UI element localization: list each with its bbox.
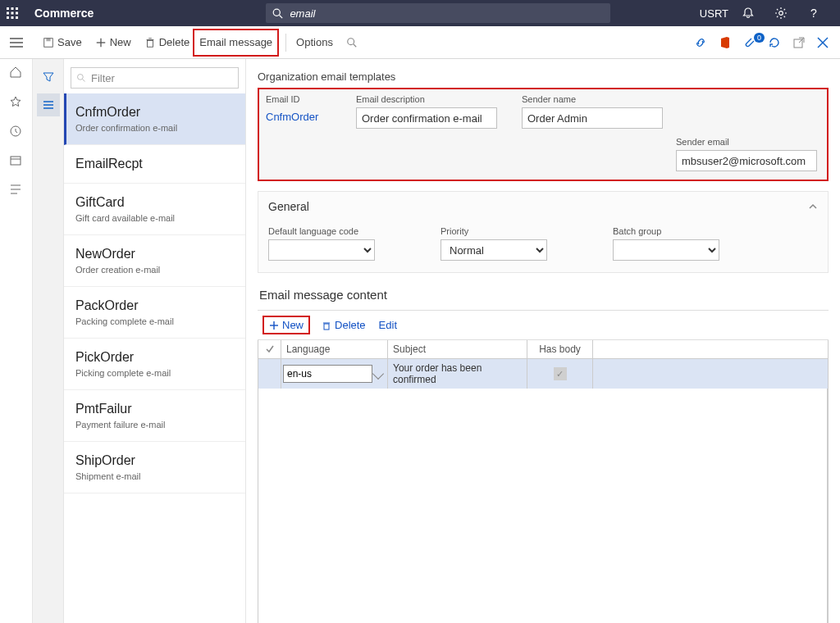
svg-point-37 [78, 75, 84, 80]
user-code[interactable]: USRT [700, 7, 728, 20]
left-nav-rail [0, 59, 33, 623]
gear-icon[interactable] [774, 7, 794, 20]
grid-row[interactable]: Your order has been confirmed ✓ [258, 359, 828, 389]
sender-name-input[interactable] [522, 107, 663, 129]
brand-title: Commerce [34, 7, 94, 20]
svg-rect-5 [16, 12, 18, 15]
link-icon[interactable] [694, 36, 710, 49]
recent-icon[interactable] [9, 125, 24, 139]
field-default-language: Default language code [268, 226, 375, 261]
field-sender-email: Sender email [676, 137, 817, 171]
filter-input[interactable]: Filter [71, 67, 239, 89]
svg-rect-41 [324, 324, 329, 330]
batch-group-select[interactable] [613, 239, 719, 261]
svg-rect-29 [11, 157, 21, 165]
svg-rect-2 [16, 7, 18, 10]
refresh-icon[interactable] [768, 36, 784, 49]
list-item[interactable]: EmailRecpt [64, 145, 245, 184]
badge-count: 0 [754, 33, 765, 43]
list-item-subtitle: Shipment e-mail [75, 471, 235, 481]
grid-edit-button[interactable]: Edit [377, 317, 399, 333]
help-icon[interactable]: ? [807, 7, 827, 20]
header-fields-highlight: Email ID CnfmOrder Email description Sen… [258, 88, 829, 181]
subject-cell[interactable]: Your order has been confirmed [388, 359, 527, 389]
attachments-icon[interactable]: 0 [743, 36, 760, 49]
find-button[interactable] [340, 26, 364, 58]
options-button[interactable]: Options [290, 26, 340, 58]
svg-rect-8 [16, 16, 18, 19]
office-icon[interactable] [719, 36, 735, 49]
search-icon [346, 37, 358, 48]
svg-point-11 [779, 11, 783, 16]
list-view-icon[interactable] [37, 93, 60, 116]
hamburger-icon[interactable] [0, 26, 33, 59]
save-button[interactable]: Save [36, 26, 89, 58]
list-item[interactable]: PmtFailurPayment failure e-mail [64, 390, 245, 442]
bell-icon[interactable] [742, 7, 761, 20]
new-button[interactable]: New [89, 26, 138, 58]
trash-icon [322, 321, 331, 330]
search-icon [272, 8, 283, 19]
email-id-link[interactable]: CnfmOrder [266, 107, 331, 126]
global-header: Commerce email USRT ? [0, 0, 840, 26]
main-content: Organization email templates Email ID Cn… [246, 59, 840, 623]
grid-body-empty [258, 389, 828, 623]
language-input[interactable] [283, 365, 372, 383]
list-item-subtitle: Order confirmation e-mail [75, 123, 235, 133]
content-grid: Language Subject Has body Your order has… [258, 340, 829, 623]
waffle-icon[interactable] [7, 7, 26, 19]
section-email-content-heading: Email message content [259, 288, 829, 302]
list-item[interactable]: PackOrderPacking complete e-mail [64, 287, 245, 339]
list-item[interactable]: CnfmOrderOrder confirmation e-mail [64, 93, 245, 145]
grid-new-button[interactable]: New [262, 316, 310, 334]
sender-email-input[interactable] [676, 150, 817, 171]
grid-delete-button[interactable]: Delete [320, 317, 368, 333]
page-title: Organization email templates [258, 70, 829, 83]
list-item-subtitle: Order creation e-mail [75, 265, 235, 275]
list-item-subtitle: Gift card available e-mail [75, 213, 235, 223]
search-icon [76, 73, 86, 83]
list-item-title: NewOrder [75, 247, 235, 261]
section-general-header[interactable]: General [258, 192, 828, 221]
funnel-icon[interactable] [37, 66, 60, 89]
email-message-button[interactable]: Email message [199, 30, 272, 55]
col-subject[interactable]: Subject [388, 340, 527, 358]
close-icon[interactable] [817, 37, 833, 48]
grid-toolbar: New Delete Edit [258, 310, 829, 340]
search-text: email [290, 7, 315, 20]
trash-icon [144, 37, 156, 48]
global-search[interactable]: email [266, 3, 610, 23]
list-item-title: EmailRecpt [75, 157, 235, 171]
popout-icon[interactable] [792, 36, 809, 49]
list-icon[interactable] [9, 184, 24, 198]
workspace-icon[interactable] [9, 154, 24, 169]
svg-point-23 [348, 38, 354, 44]
col-language[interactable]: Language [281, 340, 388, 358]
list-item[interactable]: ShipOrderShipment e-mail [64, 442, 245, 493]
svg-text:?: ? [810, 7, 817, 20]
priority-select[interactable]: Normal [441, 239, 547, 261]
action-bar: Save New Delete Email message Options 0 [0, 26, 840, 59]
list-item-title: ShipOrder [75, 453, 235, 468]
svg-point-9 [274, 9, 281, 16]
svg-rect-3 [7, 12, 9, 15]
plus-icon [269, 321, 279, 330]
star-icon[interactable] [9, 95, 24, 110]
row-checkbox[interactable] [258, 359, 281, 389]
list-item[interactable]: NewOrderOrder creation e-mail [64, 235, 245, 287]
svg-rect-0 [7, 7, 9, 10]
chevron-down-icon[interactable] [372, 368, 384, 380]
list-item[interactable]: GiftCardGift card available e-mail [64, 184, 245, 235]
col-hasbody[interactable]: Has body [527, 340, 593, 358]
email-description-input[interactable] [356, 107, 497, 129]
section-general: General Default language code Priority N… [258, 191, 829, 273]
filter-rail [33, 59, 64, 623]
template-list-panel: Filter CnfmOrderOrder confirmation e-mai… [64, 59, 246, 623]
delete-button[interactable]: Delete [138, 26, 197, 58]
field-email-id: Email ID CnfmOrder [266, 94, 331, 129]
default-language-select[interactable] [268, 239, 375, 261]
list-item[interactable]: PickOrderPicking complete e-mail [64, 339, 245, 390]
select-all-checkbox[interactable] [258, 340, 281, 358]
home-icon[interactable] [9, 66, 24, 80]
check-icon: ✓ [554, 367, 567, 380]
